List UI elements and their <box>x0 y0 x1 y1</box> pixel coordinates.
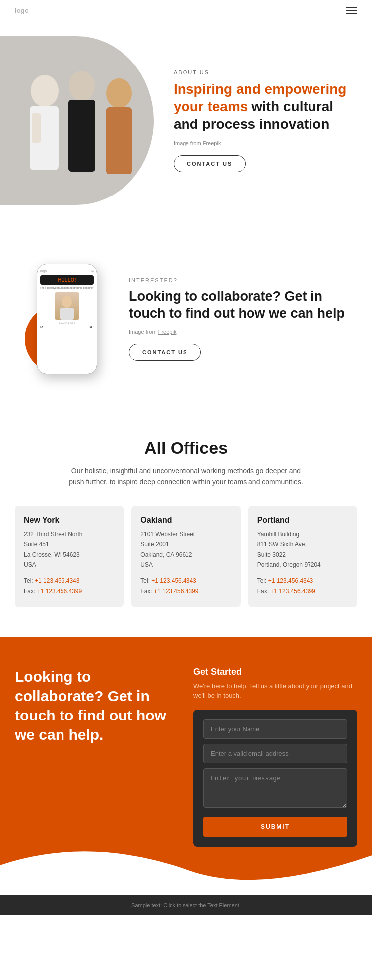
office-address-oakland: 2101 Webster StreetSuite 2001Oakland, CA… <box>140 529 231 570</box>
freepik-link-1[interactable]: Freepik <box>203 140 221 146</box>
oak-fax[interactable]: +1 123.456.4399 <box>154 588 198 595</box>
about-section: ABOUT US Inspiring and empowering your t… <box>0 21 372 230</box>
port-tel[interactable]: +1 123.456.4343 <box>268 577 313 584</box>
offices-section: All Offices Our holistic, insightful and… <box>0 408 372 627</box>
phone-name: AMANDA WAS <box>40 322 94 325</box>
cta-text: Looking to collaborate? Get in touch to … <box>15 667 179 744</box>
phone-frame: logo ≡ HELLO! I'm a creative multitalent… <box>37 264 97 374</box>
message-textarea[interactable] <box>203 768 347 808</box>
phone-hello: HELLO! <box>40 275 94 285</box>
about-image <box>0 36 154 205</box>
offices-subtitle: Our holistic, insightful and unconventio… <box>67 465 305 488</box>
form-title: Get Started <box>193 667 357 677</box>
freepik-link-2[interactable]: Freepik <box>158 329 177 335</box>
office-address-new-york: 232 Third Street NorthSuite 451La Crosse… <box>24 529 115 570</box>
phone-screen: logo ≡ HELLO! I'm a creative multitalent… <box>37 264 97 374</box>
collaborate-section: logo ≡ HELLO! I'm a creative multitalent… <box>0 235 372 408</box>
collaborate-content: INTERESTED? Looking to collaborate? Get … <box>129 277 352 361</box>
cta-heading: Looking to collaborate? Get in touch to … <box>15 667 179 744</box>
svg-rect-3 <box>32 113 41 143</box>
submit-button[interactable]: SUBMIT <box>203 817 347 837</box>
office-city-new-york: New York <box>24 516 115 524</box>
logo: logo <box>15 7 29 14</box>
collaborate-label: INTERESTED? <box>129 277 352 283</box>
about-label: ABOUT US <box>174 69 352 75</box>
ny-tel[interactable]: +1 123.456.4343 <box>35 577 79 584</box>
phone-topbar: logo ≡ <box>40 268 94 273</box>
office-contact-portland: Tel: +1 123.456.4343 Fax: +1 123.456.439… <box>257 576 348 597</box>
cta-form-wrap: Get Started We're here to help. Tell us … <box>193 667 357 847</box>
phone-stats: 17 12+ <box>40 326 94 328</box>
phone-person-image <box>55 292 79 320</box>
office-contact-oakland: Tel: +1 123.456.4343 Fax: +1 123.456.439… <box>140 576 231 597</box>
svg-rect-9 <box>60 308 74 320</box>
svg-point-4 <box>69 71 95 101</box>
about-contact-us-button[interactable]: CONTACT US <box>174 155 246 172</box>
phone-menu-icon: ≡ <box>91 268 94 273</box>
svg-rect-7 <box>106 107 132 174</box>
name-input[interactable] <box>203 719 347 739</box>
oak-tel[interactable]: +1 123.456.4343 <box>151 577 196 584</box>
phone-logo: logo <box>40 269 47 273</box>
cta-inner: Looking to collaborate? Get in touch to … <box>0 637 372 886</box>
collab-image-credit: Image from Freepik <box>129 329 352 335</box>
svg-rect-5 <box>68 100 95 172</box>
about-image-credit: Image from Freepik <box>174 140 352 146</box>
svg-point-6 <box>106 78 132 108</box>
cta-section: Looking to collaborate? Get in touch to … <box>0 637 372 895</box>
office-card-portland: Portland Yamhill Building811 SW Sixth Av… <box>248 506 357 607</box>
contact-form: SUBMIT <box>193 710 357 847</box>
email-input[interactable] <box>203 744 347 763</box>
office-city-oakland: Oakland <box>140 516 231 524</box>
port-fax[interactable]: +1 123.456.4399 <box>270 588 315 595</box>
phone-mockup: logo ≡ HELLO! I'm a creative multitalent… <box>20 255 114 384</box>
header: logo <box>0 0 372 21</box>
svg-point-8 <box>62 296 72 308</box>
office-city-portland: Portland <box>257 516 348 524</box>
ny-fax[interactable]: +1 123.456.4399 <box>37 588 82 595</box>
phone-subtitle: I'm a creative multitalented graphic des… <box>40 286 94 290</box>
about-heading: Inspiring and empowering your teams with… <box>174 80 352 132</box>
office-card-oakland: Oakland 2101 Webster StreetSuite 2001Oak… <box>131 506 240 607</box>
svg-point-1 <box>31 75 59 107</box>
offices-title: All Offices <box>15 438 357 457</box>
offices-grid: New York 232 Third Street NorthSuite 451… <box>15 506 357 607</box>
collaborate-contact-us-button[interactable]: CONTACT US <box>129 344 201 361</box>
footer: Sample text: Click to select the Text El… <box>0 895 372 915</box>
about-content: ABOUT US Inspiring and empowering your t… <box>169 69 352 172</box>
office-card-new-york: New York 232 Third Street NorthSuite 451… <box>15 506 124 607</box>
office-address-portland: Yamhill Building811 SW Sixth Ave.Suite 3… <box>257 529 348 570</box>
footer-text: Sample text: Click to select the Text El… <box>15 902 357 908</box>
collaborate-heading: Looking to collaborate? Get in touch to … <box>129 288 352 322</box>
hamburger-menu[interactable] <box>346 7 357 14</box>
office-contact-new-york: Tel: +1 123.456.4343 Fax: +1 123.456.439… <box>24 576 115 597</box>
form-subtitle: We're here to help. Tell us a little abo… <box>193 681 357 701</box>
